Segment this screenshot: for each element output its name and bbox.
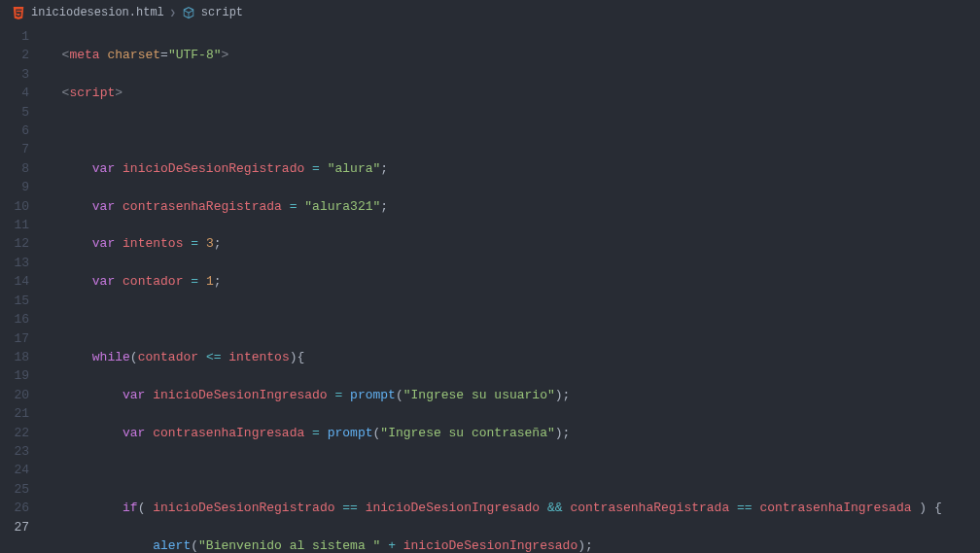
code-line[interactable] bbox=[47, 310, 980, 328]
line-number: 8 bbox=[0, 159, 29, 178]
breadcrumb-symbol[interactable]: script bbox=[201, 6, 243, 19]
symbol-icon bbox=[182, 6, 195, 19]
line-number: 5 bbox=[0, 103, 29, 121]
code-line[interactable] bbox=[47, 121, 980, 140]
line-number-gutter: 1 2 3 4 5 6 7 8 9 10 11 12 13 14 15 16 1… bbox=[0, 25, 47, 553]
line-number: 14 bbox=[0, 272, 29, 291]
code-line[interactable]: <meta charset="UTF-8"> bbox=[47, 46, 980, 64]
line-number: 20 bbox=[0, 386, 29, 404]
code-line[interactable]: while(contador <= intentos){ bbox=[47, 348, 980, 366]
code-line[interactable]: var intentos = 3; bbox=[47, 234, 980, 253]
line-number: 2 bbox=[0, 46, 29, 64]
line-number: 9 bbox=[0, 178, 29, 196]
code-line[interactable]: var contrasenhaIngresada = prompt("Ingre… bbox=[47, 424, 980, 442]
code-line[interactable]: <script> bbox=[47, 84, 980, 102]
line-number: 25 bbox=[0, 480, 29, 499]
line-number: 19 bbox=[0, 366, 29, 385]
chevron-right-icon: ❯ bbox=[170, 7, 176, 18]
line-number: 12 bbox=[0, 234, 29, 253]
line-number: 3 bbox=[0, 65, 29, 84]
line-number: 24 bbox=[0, 461, 29, 479]
line-number: 18 bbox=[0, 348, 29, 366]
code-line[interactable]: if( inicioDeSesionRegistrado == inicioDe… bbox=[47, 499, 980, 517]
code-line[interactable]: var contrasenhaRegistrada = "alura321"; bbox=[47, 197, 980, 216]
code-line[interactable]: var inicioDeSesionRegistrado = "alura"; bbox=[47, 159, 980, 178]
line-number: 4 bbox=[0, 84, 29, 102]
line-number: 21 bbox=[0, 404, 29, 423]
breadcrumb-file[interactable]: iniciodesesion.html bbox=[31, 6, 164, 19]
line-number: 7 bbox=[0, 140, 29, 158]
editor[interactable]: 1 2 3 4 5 6 7 8 9 10 11 12 13 14 15 16 1… bbox=[0, 25, 980, 553]
line-number: 17 bbox=[0, 329, 29, 348]
code-line[interactable] bbox=[47, 461, 980, 479]
code-line[interactable]: var inicioDeSesionIngresado = prompt("In… bbox=[47, 386, 980, 404]
line-number: 11 bbox=[0, 216, 29, 234]
html-file-icon bbox=[12, 6, 25, 19]
line-number: 13 bbox=[0, 254, 29, 272]
line-number: 27 bbox=[0, 518, 29, 536]
line-number: 23 bbox=[0, 442, 29, 461]
code-line[interactable]: var contador = 1; bbox=[47, 272, 980, 291]
breadcrumb[interactable]: iniciodesesion.html ❯ script bbox=[0, 0, 980, 25]
line-number: 22 bbox=[0, 424, 29, 442]
line-number: 6 bbox=[0, 121, 29, 140]
line-number: 15 bbox=[0, 292, 29, 310]
line-number: 10 bbox=[0, 197, 29, 216]
code-line[interactable]: alert("Bienvenido al sistema " + inicioD… bbox=[47, 536, 980, 553]
code-area[interactable]: <meta charset="UTF-8"> <script> var inic… bbox=[47, 25, 980, 553]
line-number: 1 bbox=[0, 27, 29, 46]
line-number: 16 bbox=[0, 310, 29, 328]
line-number: 26 bbox=[0, 499, 29, 517]
